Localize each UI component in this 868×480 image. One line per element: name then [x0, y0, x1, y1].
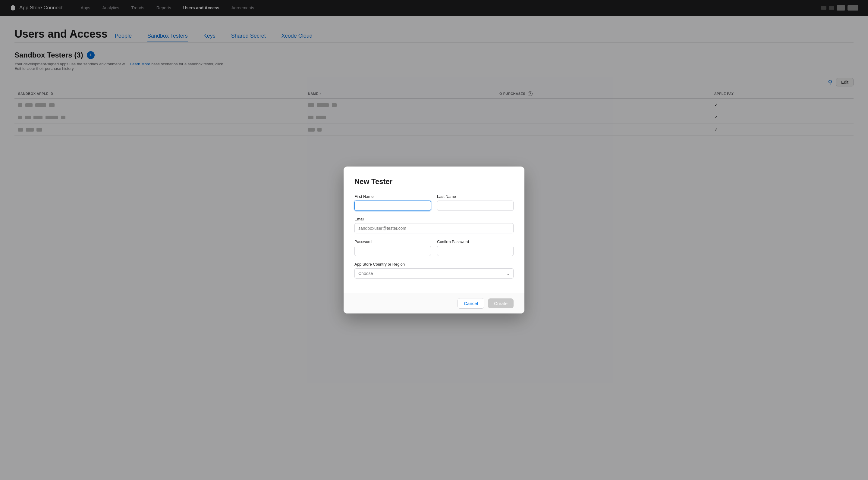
email-label: Email	[354, 217, 514, 221]
modal-overlay[interactable]: New Tester First Name Last Name Email	[0, 0, 868, 480]
country-group: App Store Country or Region Choose ⌄	[354, 262, 514, 279]
last-name-label: Last Name	[437, 194, 514, 199]
modal-footer: Cancel Create	[344, 293, 524, 313]
cancel-button[interactable]: Cancel	[458, 298, 484, 309]
password-label: Password	[354, 239, 431, 244]
email-group: Email	[354, 217, 514, 233]
country-row: App Store Country or Region Choose ⌄	[354, 262, 514, 279]
name-row: First Name Last Name	[354, 194, 514, 211]
modal-body: New Tester First Name Last Name Email	[344, 167, 524, 293]
country-select-wrapper: Choose ⌄	[354, 268, 514, 279]
last-name-input[interactable]	[437, 201, 514, 211]
first-name-group: First Name	[354, 194, 431, 211]
confirm-password-label: Confirm Password	[437, 239, 514, 244]
modal-title: New Tester	[354, 177, 514, 186]
email-input[interactable]	[354, 223, 514, 233]
confirm-password-input[interactable]	[437, 246, 514, 256]
password-input[interactable]	[354, 246, 431, 256]
password-group: Password	[354, 239, 431, 256]
create-button[interactable]: Create	[488, 299, 514, 308]
last-name-group: Last Name	[437, 194, 514, 211]
country-select[interactable]: Choose	[354, 268, 514, 279]
password-row: Password Confirm Password	[354, 239, 514, 256]
first-name-label: First Name	[354, 194, 431, 199]
new-tester-modal: New Tester First Name Last Name Email	[344, 167, 524, 313]
country-label: App Store Country or Region	[354, 262, 514, 267]
first-name-input[interactable]	[354, 201, 431, 211]
email-row: Email	[354, 217, 514, 233]
confirm-password-group: Confirm Password	[437, 239, 514, 256]
